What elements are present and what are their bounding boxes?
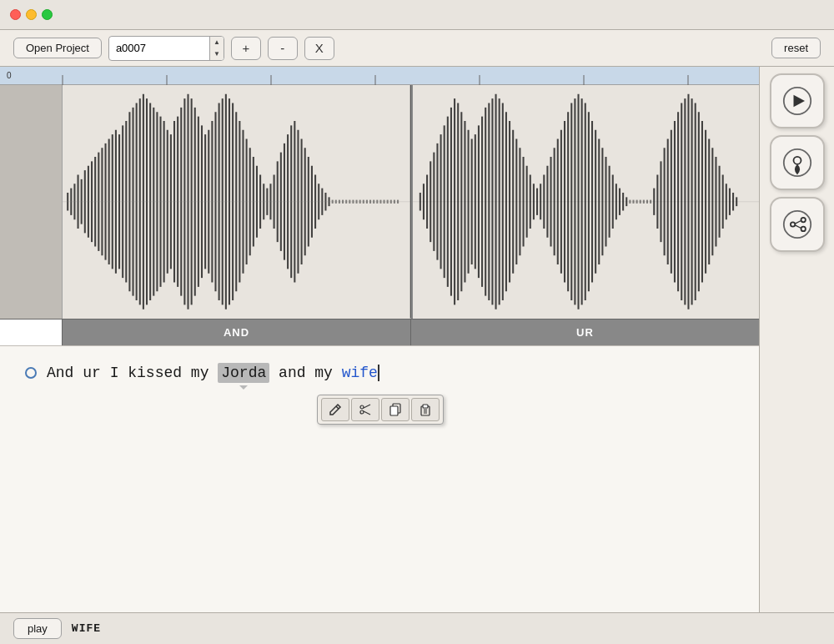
share-icon (782, 209, 812, 239)
svg-rect-173 (653, 189, 655, 215)
svg-rect-106 (423, 184, 425, 219)
word-and: And (47, 365, 83, 381)
minus-button[interactable]: - (268, 37, 298, 60)
edit-icon (329, 403, 342, 416)
svg-rect-176 (664, 148, 666, 255)
svg-rect-123 (481, 117, 483, 287)
svg-rect-169 (640, 200, 641, 204)
waveform-left-gutter (0, 85, 63, 319)
spinner-control: ▲ ▼ (209, 37, 224, 60)
svg-rect-130 (505, 112, 507, 291)
svg-point-218 (801, 227, 805, 231)
svg-rect-172 (650, 200, 651, 204)
svg-rect-160 (609, 166, 610, 238)
ctx-edit-button[interactable] (321, 398, 349, 421)
word-i: I (110, 365, 128, 381)
svg-rect-122 (478, 125, 480, 278)
ruler-svg (0, 67, 759, 85)
svg-rect-128 (499, 98, 500, 304)
segment-labels-bar: AND UR (0, 319, 759, 345)
seg-label-area: AND UR (63, 319, 759, 345)
svg-rect-135 (523, 157, 525, 247)
ctx-paste-button[interactable] (411, 398, 440, 421)
text-area[interactable]: And ur I kissed my Jorda and my wife (0, 345, 759, 613)
waveform-main[interactable] (63, 85, 759, 319)
minimize-button[interactable] (26, 9, 37, 20)
spinner-up[interactable]: ▲ (210, 37, 224, 48)
text-cursor (378, 365, 379, 381)
svg-rect-181 (681, 103, 682, 301)
project-input-wrapper: ▲ ▼ (108, 36, 224, 61)
reset-button[interactable]: reset (771, 38, 821, 58)
svg-rect-152 (581, 98, 583, 304)
word-wife[interactable]: wife (342, 365, 378, 381)
svg-rect-150 (574, 98, 575, 304)
svg-rect-117 (460, 112, 462, 291)
right-sidebar (759, 67, 834, 612)
seg-label-ur[interactable]: UR (411, 319, 759, 345)
svg-rect-129 (502, 103, 504, 301)
traffic-lights (10, 9, 53, 20)
seg-left-gutter (0, 319, 63, 345)
svg-line-203 (364, 411, 370, 415)
svg-rect-187 (701, 121, 703, 283)
svg-rect-144 (554, 148, 555, 255)
svg-rect-207 (423, 405, 428, 408)
sidebar-play-button[interactable] (770, 73, 825, 128)
transcript-line: And ur I kissed my Jorda and my wife (25, 363, 734, 383)
svg-rect-139 (536, 189, 538, 215)
svg-line-199 (336, 406, 339, 409)
paste-icon (419, 403, 432, 416)
maximize-button[interactable] (42, 9, 53, 20)
scissors-icon (359, 403, 372, 416)
svg-rect-115 (454, 98, 455, 304)
seg-label-and[interactable]: AND (63, 319, 411, 345)
svg-rect-140 (540, 184, 541, 219)
ctx-cut-button[interactable] (351, 398, 379, 421)
project-id-input[interactable] (109, 38, 209, 58)
status-bar: play WIFE (0, 612, 834, 644)
timeline-ruler: 0 (0, 67, 759, 85)
svg-rect-112 (444, 125, 445, 278)
svg-rect-192 (719, 166, 721, 238)
svg-rect-197 (736, 197, 737, 206)
svg-rect-175 (660, 161, 661, 242)
word-jorda-selected[interactable]: Jorda (218, 363, 269, 383)
plus-button[interactable]: + (231, 37, 261, 60)
word-and2: and (269, 365, 314, 381)
svg-rect-126 (491, 98, 493, 304)
svg-rect-195 (729, 189, 731, 215)
svg-point-200 (360, 405, 364, 409)
open-project-button[interactable]: Open Project (13, 38, 102, 58)
svg-rect-127 (495, 94, 497, 309)
ctx-copy-button[interactable] (381, 398, 409, 421)
play-button[interactable]: play (13, 618, 62, 639)
sidebar-location-button[interactable] (770, 135, 825, 190)
svg-rect-183 (687, 94, 689, 309)
svg-rect-145 (557, 139, 559, 265)
waveform-canvas[interactable] (0, 85, 759, 319)
close-button[interactable] (10, 9, 21, 20)
svg-rect-137 (530, 175, 531, 229)
svg-rect-142 (546, 166, 548, 238)
svg-rect-180 (677, 112, 679, 291)
svg-rect-191 (715, 157, 716, 247)
svg-rect-154 (588, 112, 590, 291)
svg-rect-196 (732, 193, 734, 211)
play-icon (782, 86, 812, 116)
svg-rect-131 (509, 121, 510, 283)
close-x-button[interactable]: X (304, 37, 334, 60)
svg-line-202 (364, 405, 370, 408)
svg-rect-133 (515, 139, 517, 265)
svg-rect-105 (420, 193, 421, 211)
main-content: 0 (0, 67, 834, 612)
svg-rect-162 (615, 184, 617, 219)
svg-rect-184 (691, 98, 693, 304)
spinner-down[interactable]: ▼ (210, 48, 224, 60)
svg-rect-151 (577, 94, 579, 309)
sidebar-share-button[interactable] (770, 197, 825, 252)
svg-rect-147 (564, 121, 565, 283)
svg-rect-179 (674, 121, 676, 283)
svg-rect-124 (485, 108, 486, 296)
svg-rect-141 (543, 175, 545, 229)
